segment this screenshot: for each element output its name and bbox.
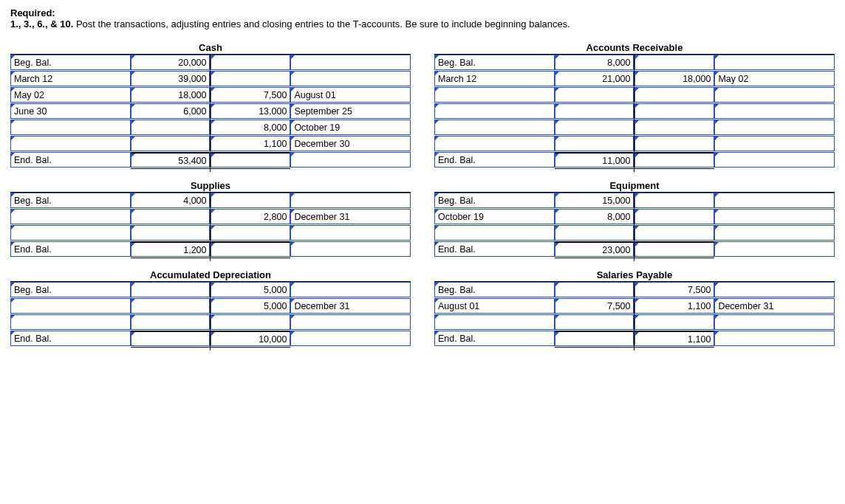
t-account-label-cell[interactable] <box>434 136 555 151</box>
t-account-label-cell[interactable] <box>290 55 411 70</box>
t-account-amount-cell[interactable]: 10,000 <box>211 331 290 346</box>
t-account-amount-cell[interactable]: 1,100 <box>211 136 290 151</box>
t-account-amount-cell[interactable] <box>634 55 714 70</box>
t-account-label-cell[interactable] <box>10 209 131 224</box>
t-account-amount-cell[interactable] <box>211 193 290 208</box>
t-account-amount-cell[interactable] <box>634 152 714 168</box>
t-account-amount-cell[interactable] <box>634 314 714 330</box>
t-account-amount-cell[interactable]: 7,500 <box>555 298 634 314</box>
t-account-label-cell[interactable]: May 02 <box>10 87 131 103</box>
t-account-amount-cell[interactable] <box>634 209 714 224</box>
t-account-amount-cell[interactable] <box>555 136 634 151</box>
t-account-label-cell[interactable] <box>714 103 835 119</box>
t-account-amount-cell[interactable] <box>634 120 714 135</box>
t-account-label-cell[interactable] <box>714 225 835 241</box>
t-account-amount-cell[interactable]: 1,100 <box>634 331 714 346</box>
t-account-label-cell[interactable] <box>290 241 411 257</box>
t-account-amount-cell[interactable] <box>131 120 211 135</box>
t-account-label-cell[interactable]: End. Bal. <box>10 152 131 168</box>
t-account-amount-cell[interactable] <box>131 136 211 151</box>
t-account-label-cell[interactable] <box>10 120 131 135</box>
t-account-amount-cell[interactable] <box>634 225 714 241</box>
t-account-label-cell[interactable] <box>10 298 131 314</box>
t-account-label-cell[interactable] <box>290 152 411 168</box>
t-account-label-cell[interactable] <box>290 282 411 297</box>
t-account-label-cell[interactable] <box>434 314 555 330</box>
t-account-label-cell[interactable]: May 02 <box>714 71 835 86</box>
t-account-label-cell[interactable] <box>714 55 835 70</box>
t-account-amount-cell[interactable] <box>131 225 211 241</box>
t-account-amount-cell[interactable]: 23,000 <box>555 241 634 257</box>
t-account-label-cell[interactable]: August 01 <box>290 87 411 103</box>
t-account-amount-cell[interactable] <box>211 314 290 330</box>
t-account-label-cell[interactable] <box>290 225 411 241</box>
t-account-amount-cell[interactable]: 11,000 <box>555 152 634 168</box>
t-account-amount-cell[interactable] <box>131 209 211 224</box>
t-account-label-cell[interactable] <box>290 193 411 208</box>
t-account-label-cell[interactable] <box>714 282 835 297</box>
t-account-label-cell[interactable] <box>714 241 835 257</box>
t-account-label-cell[interactable] <box>714 209 835 224</box>
t-account-amount-cell[interactable] <box>211 152 290 168</box>
t-account-label-cell[interactable]: December 31 <box>714 298 835 314</box>
t-account-amount-cell[interactable]: 6,000 <box>131 103 211 119</box>
t-account-label-cell[interactable]: Beg. Bal. <box>434 55 555 70</box>
t-account-label-cell[interactable] <box>10 136 131 151</box>
t-account-label-cell[interactable]: Beg. Bal. <box>434 282 555 297</box>
t-account-amount-cell[interactable] <box>634 241 714 257</box>
t-account-amount-cell[interactable] <box>634 136 714 151</box>
t-account-label-cell[interactable]: December 30 <box>290 136 411 151</box>
t-account-label-cell[interactable] <box>714 87 835 103</box>
t-account-amount-cell[interactable] <box>634 193 714 208</box>
t-account-amount-cell[interactable]: 7,500 <box>211 87 290 103</box>
t-account-amount-cell[interactable]: 39,000 <box>131 71 211 86</box>
t-account-amount-cell[interactable]: 5,000 <box>211 282 290 297</box>
t-account-amount-cell[interactable]: 21,000 <box>555 71 634 86</box>
t-account-label-cell[interactable] <box>714 152 835 168</box>
t-account-amount-cell[interactable] <box>211 55 290 70</box>
t-account-label-cell[interactable]: October 19 <box>290 120 411 135</box>
t-account-amount-cell[interactable] <box>555 87 634 103</box>
t-account-amount-cell[interactable]: 8,000 <box>211 120 290 135</box>
t-account-amount-cell[interactable] <box>555 103 634 119</box>
t-account-amount-cell[interactable] <box>555 225 634 241</box>
t-account-amount-cell[interactable]: 13,000 <box>211 103 290 119</box>
t-account-amount-cell[interactable] <box>634 103 714 119</box>
t-account-label-cell[interactable] <box>434 87 555 103</box>
t-account-label-cell[interactable] <box>290 331 411 346</box>
t-account-amount-cell[interactable] <box>555 314 634 330</box>
t-account-label-cell[interactable]: October 19 <box>434 209 555 224</box>
t-account-label-cell[interactable] <box>434 103 555 119</box>
t-account-label-cell[interactable] <box>714 331 835 346</box>
t-account-amount-cell[interactable]: 5,000 <box>211 298 290 314</box>
t-account-label-cell[interactable] <box>290 314 411 330</box>
t-account-amount-cell[interactable]: 1,100 <box>634 298 714 314</box>
t-account-label-cell[interactable]: End. Bal. <box>10 241 131 257</box>
t-account-label-cell[interactable] <box>290 71 411 86</box>
t-account-amount-cell[interactable]: 15,000 <box>555 193 634 208</box>
t-account-label-cell[interactable] <box>10 314 131 330</box>
t-account-amount-cell[interactable]: 53,400 <box>131 152 211 168</box>
t-account-amount-cell[interactable] <box>131 331 211 346</box>
t-account-label-cell[interactable] <box>714 120 835 135</box>
t-account-label-cell[interactable]: December 31 <box>290 209 411 224</box>
t-account-label-cell[interactable] <box>10 225 131 241</box>
t-account-amount-cell[interactable]: 18,000 <box>634 71 714 86</box>
t-account-label-cell[interactable]: End. Bal. <box>434 331 555 346</box>
t-account-label-cell[interactable]: Beg. Bal. <box>434 193 555 208</box>
t-account-amount-cell[interactable]: 1,200 <box>131 241 211 257</box>
t-account-label-cell[interactable]: March 12 <box>434 71 555 86</box>
t-account-label-cell[interactable]: Beg. Bal. <box>10 193 131 208</box>
t-account-label-cell[interactable]: Beg. Bal. <box>10 55 131 70</box>
t-account-amount-cell[interactable] <box>555 120 634 135</box>
t-account-amount-cell[interactable] <box>211 71 290 86</box>
t-account-amount-cell[interactable] <box>211 241 290 257</box>
t-account-amount-cell[interactable]: 8,000 <box>555 55 634 70</box>
t-account-label-cell[interactable] <box>714 193 835 208</box>
t-account-amount-cell[interactable]: 8,000 <box>555 209 634 224</box>
t-account-label-cell[interactable]: June 30 <box>10 103 131 119</box>
t-account-label-cell[interactable] <box>434 120 555 135</box>
t-account-amount-cell[interactable] <box>211 225 290 241</box>
t-account-label-cell[interactable]: Beg. Bal. <box>10 282 131 297</box>
t-account-label-cell[interactable] <box>434 225 555 241</box>
